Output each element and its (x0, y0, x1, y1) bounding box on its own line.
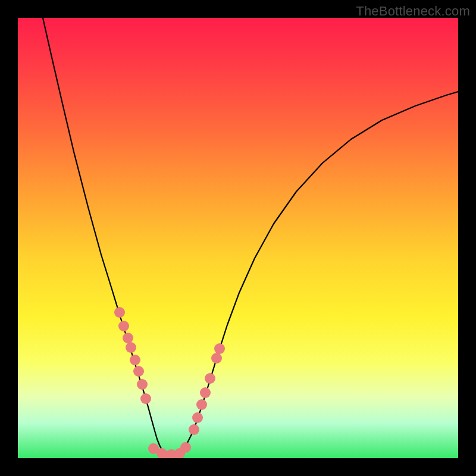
data-dot (214, 343, 225, 354)
data-dot (192, 412, 203, 423)
data-dot (196, 399, 207, 410)
data-dot (189, 424, 199, 435)
data-dot (137, 379, 148, 390)
right-curve (177, 92, 458, 455)
data-dot (211, 353, 222, 364)
data-dot (140, 393, 151, 404)
data-dot (126, 342, 136, 353)
chart-frame: TheBottleneck.com (0, 0, 476, 476)
left-curve (43, 18, 169, 455)
data-dot (123, 333, 133, 343)
data-dot (118, 321, 129, 331)
data-dot (205, 373, 215, 384)
data-dot (200, 387, 211, 398)
watermark-text: TheBottleneck.com (356, 4, 470, 19)
data-dot (180, 442, 191, 453)
dots-left-group (114, 307, 151, 404)
bottom-cluster (148, 442, 191, 458)
plot-area (18, 18, 458, 458)
curve-layer (18, 18, 458, 458)
dots-right-group (189, 343, 225, 435)
data-dot (133, 366, 144, 377)
data-dot (114, 307, 125, 318)
data-dot (130, 355, 140, 365)
